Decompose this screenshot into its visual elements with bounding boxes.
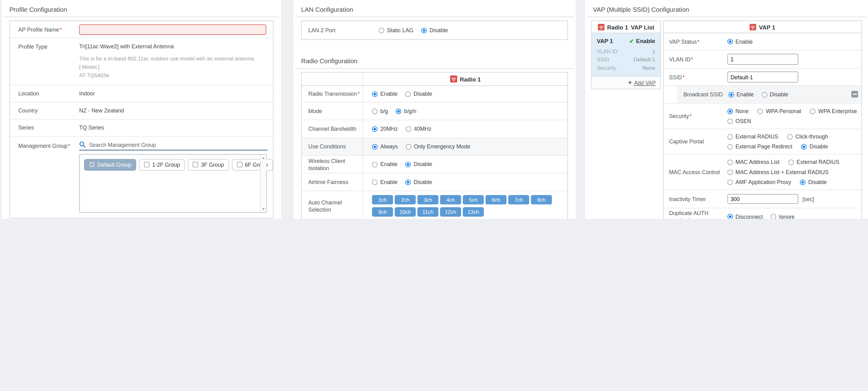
ap-profile-name-input[interactable]: [79, 24, 266, 35]
checkbox-icon[interactable]: [193, 162, 198, 167]
radio-selected-icon[interactable]: [405, 179, 411, 185]
radio-option-enable[interactable]: Enable: [372, 91, 398, 97]
option-label: WPA Enterprise: [818, 108, 857, 114]
scroll-down-icon[interactable]: ▼: [262, 207, 265, 211]
radio-selected-icon[interactable]: [372, 144, 378, 149]
radio-icon[interactable]: [757, 108, 763, 114]
radio-icon[interactable]: [771, 214, 776, 219]
radio-selected-icon[interactable]: [372, 91, 378, 97]
radio-icon[interactable]: [727, 169, 733, 175]
radio-option-external-radius[interactable]: External RADIUS: [788, 159, 839, 165]
radio-icon[interactable]: [810, 108, 816, 114]
radio-option-external-radius[interactable]: External RADIUS: [727, 134, 778, 140]
vlan-id-input[interactable]: [727, 54, 798, 65]
group-chip-6f[interactable]: 6F Group: [231, 159, 273, 170]
radio-option-enable[interactable]: Enable: [372, 179, 398, 185]
group-chip-3f[interactable]: 3F Group: [188, 159, 229, 170]
add-vap-link[interactable]: Add VAP: [634, 80, 656, 86]
radio-option-disconnect[interactable]: Disconnect: [727, 214, 763, 219]
vap1-list-item[interactable]: VAP 1 ✔Enable VLAN ID1 SSIDDefault-1 Sec…: [592, 33, 660, 76]
radio-icon[interactable]: [727, 118, 733, 124]
radio-icon[interactable]: [787, 134, 793, 139]
radio-option-amf-application-proxy[interactable]: AMF Application Proxy: [727, 179, 791, 185]
radio-icon[interactable]: [372, 161, 378, 167]
radio-option-external-page-redirect[interactable]: External Page Redirect: [727, 143, 793, 150]
channel-button[interactable]: 9ch: [372, 207, 393, 217]
radio-selected-icon[interactable]: [421, 28, 427, 33]
radio-option-wpa-enterprise[interactable]: WPA Enterprise: [810, 108, 857, 114]
channel-button[interactable]: 1ch: [372, 195, 393, 204]
radio-selected-icon[interactable]: [801, 144, 807, 149]
radio-selected-icon[interactable]: [728, 92, 734, 97]
radio-icon[interactable]: [727, 159, 733, 165]
radio-option-wpa-personal[interactable]: WPA Personal: [757, 108, 801, 114]
checkbox-icon[interactable]: [144, 162, 150, 167]
radio-option-static-lag[interactable]: Static LAG: [379, 27, 413, 33]
radio-icon[interactable]: [788, 159, 794, 165]
radio-selected-icon[interactable]: [727, 108, 733, 114]
radio-option-disable[interactable]: Disable: [762, 91, 788, 97]
radio-option-enable[interactable]: Enable: [728, 91, 754, 97]
channel-button[interactable]: 3ch: [417, 195, 438, 204]
channel-button[interactable]: 4ch: [440, 195, 461, 204]
collapse-minus-icon[interactable]: [851, 91, 858, 97]
radio-option-mac-list-plus-radius[interactable]: MAC Address List + External RADIUS: [727, 169, 828, 175]
radio-option-disable[interactable]: Disable: [421, 27, 448, 33]
radio-icon[interactable]: [727, 179, 733, 185]
radio-option-bgn[interactable]: b/g/n: [396, 108, 416, 114]
channel-button[interactable]: 8ch: [531, 195, 552, 204]
radio-icon[interactable]: [372, 179, 378, 185]
radio-icon[interactable]: [372, 108, 378, 114]
channel-buttons-row2: 9ch 10ch 11ch 12ch 13ch: [372, 207, 552, 217]
radio-icon[interactable]: [405, 91, 411, 97]
radio-icon[interactable]: [727, 144, 733, 149]
radio-option-disable[interactable]: Disable: [405, 179, 432, 185]
channel-button[interactable]: 7ch: [508, 195, 529, 204]
channel-button[interactable]: 5ch: [463, 195, 484, 204]
radio-option-disable[interactable]: Disable: [800, 179, 827, 185]
group-chip-1-2f[interactable]: 1-2F Group: [139, 159, 185, 170]
channel-button[interactable]: 13ch: [463, 207, 484, 217]
radio-selected-icon[interactable]: [372, 126, 378, 132]
channel-button[interactable]: 12ch: [440, 207, 461, 217]
radio-icon[interactable]: [405, 126, 411, 132]
checkbox-checked-icon[interactable]: ✔: [89, 162, 95, 167]
channel-button[interactable]: 6ch: [486, 195, 506, 204]
radio-option-osen[interactable]: OSEN: [727, 118, 751, 124]
radio-option-enable[interactable]: Enable: [372, 161, 398, 167]
radio1-header-label: Radio 1: [460, 76, 481, 82]
management-group-search-input[interactable]: [89, 142, 268, 148]
radio-selected-icon[interactable]: [405, 161, 411, 167]
radio-option-always[interactable]: Always: [372, 143, 398, 150]
radio-option-20mhz[interactable]: 20MHz: [372, 126, 398, 132]
scroll-up-icon[interactable]: ▲: [262, 156, 265, 160]
radio-selected-icon[interactable]: [727, 39, 733, 44]
radio-option-disable[interactable]: Disable: [405, 91, 432, 97]
radio-selected-icon[interactable]: [396, 108, 401, 114]
group-chip-default[interactable]: ✔Default Group: [84, 159, 136, 170]
radio-option-emergency[interactable]: Only Emergency Mode: [405, 143, 470, 150]
ssid-input[interactable]: [727, 72, 798, 83]
radio-icon[interactable]: [379, 28, 384, 33]
radio-option-disable[interactable]: Disable: [405, 161, 432, 167]
radio-option-mac-address-list[interactable]: MAC Address List: [727, 159, 779, 165]
channel-button[interactable]: 11ch: [417, 207, 438, 217]
radio-icon[interactable]: [762, 92, 767, 97]
radio-option-enable[interactable]: Enable: [727, 38, 753, 45]
radio-option-none[interactable]: None: [727, 108, 749, 114]
radio-option-click-through[interactable]: Click-through: [787, 134, 828, 140]
inactivity-timer-input[interactable]: [727, 194, 798, 204]
channel-button[interactable]: 10ch: [395, 207, 416, 217]
radio-option-40mhz[interactable]: 40MHz: [405, 126, 431, 132]
radio-option-disable[interactable]: Disable: [801, 143, 828, 150]
radio-option-ignore[interactable]: Ignore: [771, 214, 795, 219]
management-group-listbox: ✔Default Group 1-2F Group 3F Group 6F Gr…: [79, 154, 267, 213]
radio-option-bg[interactable]: b/g: [372, 108, 388, 114]
listbox-scrollbar[interactable]: ▲ ▼: [260, 154, 266, 212]
radio-selected-icon[interactable]: [800, 179, 805, 185]
radio-icon[interactable]: [405, 144, 411, 149]
channel-button[interactable]: 2ch: [395, 195, 416, 204]
radio-selected-icon[interactable]: [727, 214, 733, 219]
radio-icon[interactable]: [727, 134, 733, 139]
checkbox-icon[interactable]: [237, 162, 242, 167]
